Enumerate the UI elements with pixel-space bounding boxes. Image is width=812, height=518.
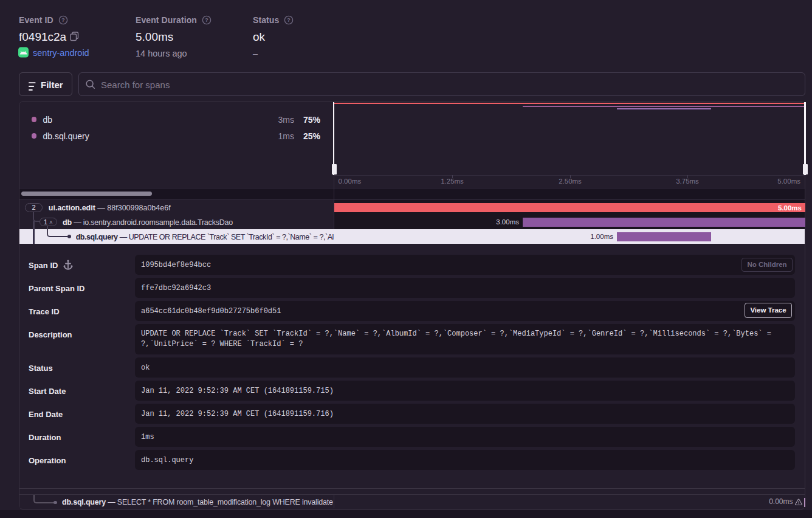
svg-text:?: ? — [61, 16, 65, 23]
svg-text:?: ? — [205, 16, 208, 23]
svg-text:?: ? — [287, 16, 291, 23]
